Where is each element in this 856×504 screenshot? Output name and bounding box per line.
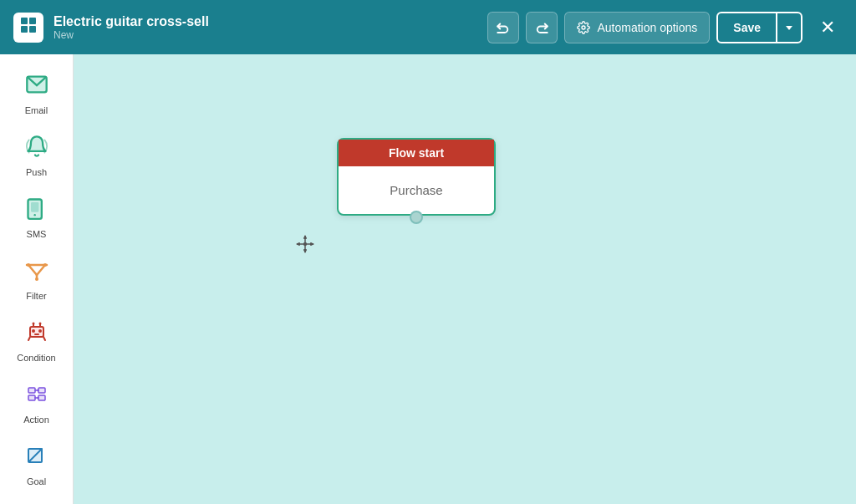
sidebar-item-goal-label: Goal xyxy=(27,476,46,486)
move-cursor-indicator xyxy=(295,234,315,259)
svg-rect-8 xyxy=(31,202,38,212)
close-button[interactable]: ✕ xyxy=(813,13,843,43)
sidebar-item-sms-label: SMS xyxy=(27,229,47,239)
sidebar-item-condition[interactable]: Condition xyxy=(5,312,69,370)
sidebar-item-push-label: Push xyxy=(26,167,47,177)
svg-point-9 xyxy=(33,214,35,216)
sidebar-item-email[interactable]: Email xyxy=(5,64,69,123)
svg-rect-1 xyxy=(29,18,36,24)
undo-button[interactable] xyxy=(487,12,519,43)
svg-rect-29 xyxy=(28,395,35,400)
svg-rect-28 xyxy=(38,388,45,393)
svg-point-23 xyxy=(32,322,34,324)
svg-rect-3 xyxy=(29,26,36,33)
header: Electric guitar cross-sell New Automatio… xyxy=(0,0,856,54)
svg-point-41 xyxy=(303,242,307,246)
sidebar-item-condition-label: Condition xyxy=(17,353,55,363)
flow-node[interactable]: Flow start Purchase xyxy=(337,138,496,216)
svg-point-18 xyxy=(32,329,35,333)
header-actions: Automation options Save ✕ xyxy=(487,12,843,43)
sidebar-item-action[interactable]: Action xyxy=(5,374,69,432)
logo xyxy=(13,13,43,43)
svg-rect-27 xyxy=(28,388,35,393)
sidebar-item-action-label: Action xyxy=(23,415,49,425)
svg-point-19 xyxy=(38,329,42,333)
svg-point-14 xyxy=(27,263,30,267)
sidebar-item-email-label: Email xyxy=(25,105,48,115)
svg-marker-5 xyxy=(786,26,792,30)
condition-icon xyxy=(25,320,48,349)
sms-icon xyxy=(25,196,48,226)
automation-options-label: Automation options xyxy=(597,21,697,34)
sidebar-item-filter[interactable]: Filter xyxy=(5,250,69,308)
save-dropdown-button[interactable] xyxy=(776,13,801,42)
canvas[interactable]: Flow start Purchase xyxy=(74,54,856,504)
flow-node-header: Flow start xyxy=(339,140,494,166)
flow-node-connector[interactable] xyxy=(410,211,423,224)
push-icon xyxy=(25,135,48,164)
svg-point-24 xyxy=(38,322,41,324)
svg-rect-2 xyxy=(21,26,28,33)
svg-line-11 xyxy=(37,265,45,275)
gear-icon xyxy=(577,21,590,34)
redo-button[interactable] xyxy=(526,12,558,43)
main-area: Email Push xyxy=(0,54,856,504)
sidebar-item-sms[interactable]: SMS xyxy=(5,188,69,247)
app-title: Electric guitar cross-sell xyxy=(54,14,477,29)
svg-marker-39 xyxy=(296,242,299,246)
action-icon xyxy=(25,382,48,411)
sidebar-item-push[interactable]: Push xyxy=(5,126,69,185)
svg-line-26 xyxy=(43,337,45,340)
save-group: Save xyxy=(716,12,802,43)
svg-line-10 xyxy=(28,265,37,275)
svg-marker-37 xyxy=(303,235,307,238)
goal-icon xyxy=(25,444,48,473)
logo-symbol xyxy=(19,16,38,38)
svg-rect-20 xyxy=(34,333,39,335)
svg-rect-0 xyxy=(21,18,28,24)
svg-marker-40 xyxy=(311,242,314,246)
chevron-down-icon xyxy=(785,23,793,32)
flow-node-body: Purchase xyxy=(339,166,494,214)
svg-point-4 xyxy=(582,26,585,29)
automation-options-button[interactable]: Automation options xyxy=(564,12,710,43)
email-icon xyxy=(25,73,48,102)
sidebar-item-goal[interactable]: Goal xyxy=(5,435,69,494)
svg-line-25 xyxy=(28,337,30,340)
svg-point-15 xyxy=(43,263,47,267)
svg-marker-38 xyxy=(303,250,307,253)
svg-point-16 xyxy=(35,277,38,281)
app-subtitle: New xyxy=(54,29,477,41)
sidebar-item-filter-label: Filter xyxy=(26,291,46,301)
sidebar: Email Push xyxy=(0,54,74,504)
title-group: Electric guitar cross-sell New xyxy=(54,14,477,41)
filter-icon xyxy=(25,258,48,288)
save-button[interactable]: Save xyxy=(718,13,776,42)
svg-rect-30 xyxy=(38,395,45,400)
